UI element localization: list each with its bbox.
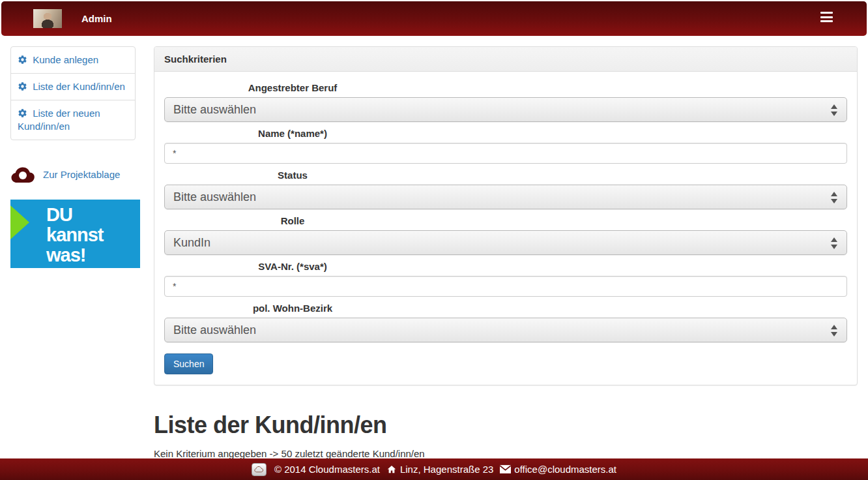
sidebar-item-liste-kunden[interactable]: Liste der Kund/inn/en bbox=[11, 74, 135, 100]
search-form: Angestrebter Beruf Bitte auswählen Name … bbox=[154, 72, 857, 385]
projektablage-label: Zur Projektablage bbox=[43, 169, 120, 180]
sidebar-item-label: Liste der neuen Kund/inn/en bbox=[18, 108, 100, 132]
sidebar: Kunde anlegen Liste der Kund/inn/en List… bbox=[10, 46, 136, 268]
sva-input[interactable] bbox=[164, 276, 847, 297]
status-select[interactable]: Bitte auswählen bbox=[164, 185, 847, 209]
field-name: Name (*name*) bbox=[164, 128, 847, 164]
bezirk-select-value: Bitte auswählen bbox=[173, 323, 256, 337]
rolle-label: Rolle bbox=[164, 215, 421, 226]
sidebar-nav: Kunde anlegen Liste der Kund/inn/en List… bbox=[10, 46, 136, 140]
sva-label: SVA-Nr. (*sva*) bbox=[164, 261, 421, 272]
select-arrows-icon bbox=[831, 324, 837, 337]
beruf-select[interactable]: Bitte auswählen bbox=[164, 97, 847, 122]
field-rolle: Rolle KundIn bbox=[164, 215, 847, 255]
cloud-icon bbox=[10, 165, 38, 183]
select-arrows-icon bbox=[831, 191, 837, 204]
footer-address-group: Linz, Hagenstraße 23 bbox=[386, 464, 493, 475]
gear-icon bbox=[18, 82, 27, 91]
name-label: Name (*name*) bbox=[164, 128, 421, 139]
sidebar-item-label: Kunde anlegen bbox=[33, 54, 98, 65]
search-panel: Suchkriterien Angestrebter Beruf Bitte a… bbox=[154, 46, 858, 385]
field-sva-nr: SVA-Nr. (*sva*) bbox=[164, 261, 847, 297]
main-content: Suchkriterien Angestrebter Beruf Bitte a… bbox=[154, 46, 858, 480]
footer-copyright-group: © 2014 Cloudmasters.at bbox=[274, 464, 380, 475]
results-note: Kein Kriterium angegeben -> 50 zuletzt g… bbox=[154, 448, 858, 459]
field-wohn-bezirk: pol. Wohn-Bezirk Bitte auswählen bbox=[164, 303, 847, 342]
search-panel-title: Suchkriterien bbox=[154, 47, 857, 72]
du-kannst-was-logo[interactable]: DU kannst was! bbox=[10, 200, 140, 268]
bezirk-select[interactable]: Bitte auswählen bbox=[164, 318, 847, 342]
sidebar-item-label: Liste der Kund/inn/en bbox=[33, 81, 125, 92]
results-heading: Liste der Kund/inn/en bbox=[154, 412, 858, 439]
sidebar-item-liste-neue-kunden[interactable]: Liste der neuen Kund/inn/en bbox=[11, 100, 135, 140]
envelope-icon bbox=[500, 465, 511, 473]
logo-text: DU kannst was! bbox=[46, 205, 103, 265]
header-user-name: Admin bbox=[81, 13, 112, 24]
gear-icon bbox=[18, 108, 27, 118]
user-avatar[interactable] bbox=[33, 9, 62, 28]
rolle-select[interactable]: KundIn bbox=[164, 230, 847, 255]
field-angestrebter-beruf: Angestrebter Beruf Bitte auswählen bbox=[164, 82, 847, 122]
copyright-text: © 2014 Cloudmasters.at bbox=[274, 464, 380, 475]
address-text: Linz, Hagenstraße 23 bbox=[400, 464, 493, 475]
hamburger-menu-icon[interactable] bbox=[820, 12, 833, 22]
status-label: Status bbox=[164, 170, 421, 181]
name-input[interactable] bbox=[164, 143, 847, 164]
select-arrows-icon bbox=[831, 104, 837, 117]
logo-arrow-icon bbox=[10, 205, 29, 239]
page-content: Kunde anlegen Liste der Kund/inn/en List… bbox=[0, 36, 868, 480]
app-footer: © 2014 Cloudmasters.at Linz, Hagenstraße… bbox=[0, 458, 868, 480]
select-arrows-icon bbox=[831, 237, 837, 250]
projektablage-link[interactable]: Zur Projektablage bbox=[10, 165, 136, 183]
beruf-label: Angestrebter Beruf bbox=[164, 82, 421, 93]
home-icon bbox=[386, 464, 397, 474]
email-link: office@cloudmasters.at bbox=[514, 464, 616, 475]
bezirk-label: pol. Wohn-Bezirk bbox=[164, 303, 421, 314]
status-select-value: Bitte auswählen bbox=[173, 190, 256, 204]
suchen-button[interactable]: Suchen bbox=[164, 353, 213, 374]
cloudmasters-logo-icon bbox=[252, 463, 267, 476]
app-header: Admin bbox=[1, 1, 867, 36]
footer-email-group[interactable]: office@cloudmasters.at bbox=[500, 464, 616, 475]
field-status: Status Bitte auswählen bbox=[164, 170, 847, 209]
rolle-select-value: KundIn bbox=[173, 236, 210, 250]
beruf-select-value: Bitte auswählen bbox=[173, 103, 256, 117]
sidebar-item-kunde-anlegen[interactable]: Kunde anlegen bbox=[11, 47, 135, 74]
gear-icon bbox=[18, 55, 27, 65]
